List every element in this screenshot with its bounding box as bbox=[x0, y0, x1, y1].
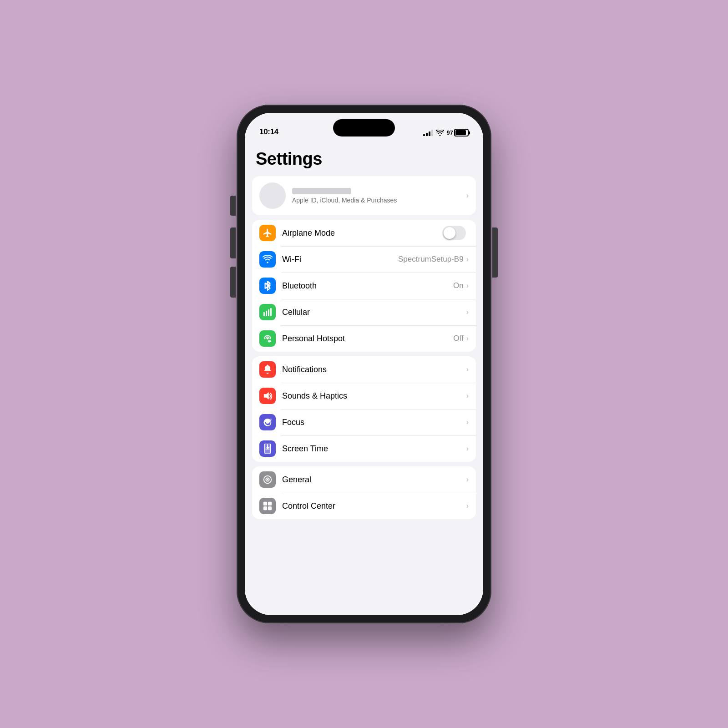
airplane-mode-toggle[interactable] bbox=[442, 226, 466, 240]
control-center-row[interactable]: Control Center › bbox=[252, 493, 476, 519]
volume-down-button[interactable] bbox=[230, 267, 236, 298]
cellular-chevron: › bbox=[466, 308, 469, 316]
focus-icon bbox=[259, 414, 276, 430]
svg-rect-17 bbox=[268, 506, 272, 510]
svg-rect-3 bbox=[268, 309, 269, 316]
focus-chevron: › bbox=[466, 418, 469, 426]
svg-rect-1 bbox=[263, 312, 265, 316]
notifications-row[interactable]: Notifications › bbox=[252, 356, 476, 383]
battery-percent: 97 bbox=[447, 129, 453, 136]
svg-marker-7 bbox=[264, 392, 269, 399]
page-title: Settings bbox=[245, 140, 483, 176]
general-icon bbox=[259, 471, 276, 488]
status-bar: 10:14 97 bbox=[245, 113, 483, 140]
connectivity-group: Airplane Mode Wi-Fi bbox=[252, 220, 476, 352]
phone-frame: 10:14 97 bbox=[237, 105, 491, 623]
airplane-mode-row[interactable]: Airplane Mode bbox=[252, 220, 476, 246]
status-time: 10:14 bbox=[259, 127, 278, 136]
hotspot-row[interactable]: Personal Hotspot Off › bbox=[252, 325, 476, 352]
notifications-label: Notifications bbox=[282, 365, 466, 374]
sounds-chevron: › bbox=[466, 392, 469, 400]
cellular-icon bbox=[259, 304, 276, 320]
status-icons: 97 bbox=[423, 129, 469, 136]
apple-id-row[interactable]: Apple ID, iCloud, Media & Purchases › bbox=[252, 176, 476, 215]
svg-rect-4 bbox=[270, 308, 272, 316]
screentime-row[interactable]: Screen Time › bbox=[252, 435, 476, 462]
bluetooth-label: Bluetooth bbox=[282, 281, 453, 291]
airplane-mode-icon bbox=[259, 225, 276, 241]
power-button[interactable] bbox=[492, 228, 498, 278]
svg-point-5 bbox=[267, 338, 269, 340]
hotspot-label: Personal Hotspot bbox=[282, 334, 453, 344]
wifi-value: SpectrumSetup-B9 bbox=[398, 255, 464, 264]
mute-button[interactable] bbox=[230, 196, 236, 216]
system-group: General › Control Center › bbox=[252, 466, 476, 519]
battery-icon: 97 bbox=[447, 129, 469, 136]
sounds-label: Sounds & Haptics bbox=[282, 391, 466, 401]
general-chevron: › bbox=[466, 475, 469, 484]
notifications-group: Notifications › Sounds & Haptics › bbox=[252, 356, 476, 462]
svg-rect-2 bbox=[266, 311, 267, 316]
hotspot-icon bbox=[259, 330, 276, 347]
dynamic-island bbox=[333, 119, 395, 136]
focus-label: Focus bbox=[282, 418, 466, 427]
airplane-mode-label: Airplane Mode bbox=[282, 228, 442, 238]
phone-screen: 10:14 97 bbox=[245, 113, 483, 615]
wifi-chevron: › bbox=[466, 255, 469, 263]
control-center-label: Control Center bbox=[282, 501, 466, 511]
apple-id-chevron: › bbox=[466, 192, 469, 200]
cellular-row[interactable]: Cellular › bbox=[252, 299, 476, 325]
general-row[interactable]: General › bbox=[252, 466, 476, 493]
cellular-label: Cellular bbox=[282, 308, 466, 317]
svg-rect-15 bbox=[268, 502, 272, 506]
sounds-icon bbox=[259, 388, 276, 404]
bluetooth-row[interactable]: Bluetooth On › bbox=[252, 273, 476, 299]
svg-point-13 bbox=[267, 479, 268, 480]
wifi-row[interactable]: Wi-Fi SpectrumSetup-B9 › bbox=[252, 246, 476, 273]
volume-up-button[interactable] bbox=[230, 228, 236, 258]
screentime-icon bbox=[259, 440, 276, 457]
hotspot-chevron: › bbox=[466, 334, 469, 343]
settings-scroll-area[interactable]: Settings Apple ID, iCloud, Media & Purch… bbox=[245, 140, 483, 615]
general-label: General bbox=[282, 475, 466, 485]
notifications-icon bbox=[259, 361, 276, 378]
wifi-status-icon bbox=[436, 130, 444, 136]
bluetooth-chevron: › bbox=[466, 282, 469, 290]
screentime-label: Screen Time bbox=[282, 444, 466, 454]
avatar bbox=[259, 182, 286, 209]
screentime-chevron: › bbox=[466, 445, 469, 453]
svg-rect-14 bbox=[263, 502, 267, 506]
control-center-icon bbox=[259, 498, 276, 514]
control-center-chevron: › bbox=[466, 502, 469, 510]
notifications-chevron: › bbox=[466, 365, 469, 374]
wifi-icon bbox=[259, 251, 276, 268]
sounds-row[interactable]: Sounds & Haptics › bbox=[252, 383, 476, 409]
svg-rect-16 bbox=[263, 506, 267, 510]
hotspot-value: Off bbox=[453, 334, 463, 343]
bluetooth-icon bbox=[259, 278, 276, 294]
apple-id-name-blur bbox=[292, 188, 351, 194]
signal-strength-icon bbox=[423, 130, 433, 136]
bluetooth-value: On bbox=[453, 281, 464, 290]
focus-row[interactable]: Focus › bbox=[252, 409, 476, 435]
wifi-label: Wi-Fi bbox=[282, 255, 398, 264]
svg-point-6 bbox=[267, 365, 268, 366]
apple-id-subtitle: Apple ID, iCloud, Media & Purchases bbox=[292, 197, 466, 204]
